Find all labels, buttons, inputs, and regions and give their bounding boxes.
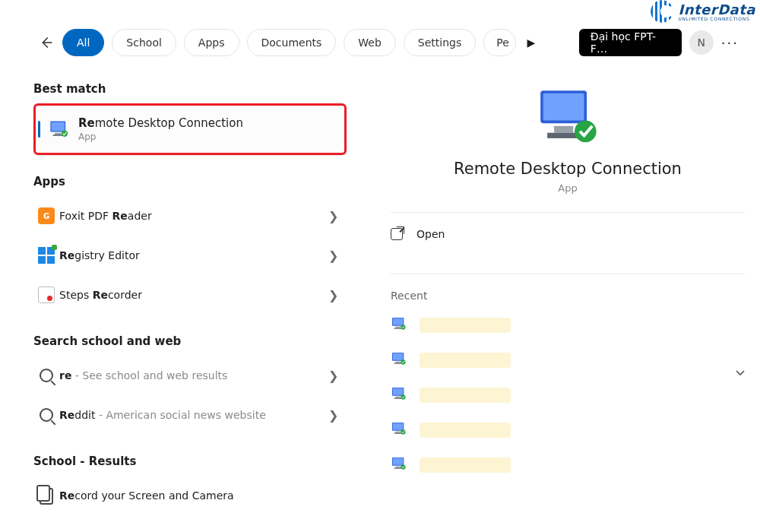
preview-title: Remote Desktop Connection (454, 160, 682, 178)
svg-point-19 (401, 359, 405, 364)
svg-rect-32 (396, 467, 401, 468)
svg-rect-11 (393, 318, 404, 325)
chevron-right-icon[interactable]: ❯ (328, 369, 347, 383)
recent-item[interactable] (391, 448, 745, 483)
best-match-title: Remote Desktop Connection (78, 116, 243, 130)
svg-rect-7 (554, 126, 573, 133)
chevron-right-icon[interactable]: ❯ (328, 288, 347, 302)
app-result-label: Steps Recorder (59, 289, 328, 301)
foxit-icon: G (33, 207, 59, 224)
recent-item-redacted (420, 388, 511, 403)
svg-point-29 (401, 429, 405, 434)
app-result-steps-recorder[interactable]: Steps Recorder ❯ (33, 275, 347, 315)
rdc-icon (391, 457, 407, 473)
app-result-registry-editor[interactable]: Registry Editor ❯ (33, 236, 347, 275)
recent-item-redacted (420, 423, 511, 438)
svg-rect-23 (394, 397, 402, 398)
watermark-tagline: UNLIMITED CONNECTIONS (678, 16, 755, 21)
recent-item[interactable] (391, 343, 745, 378)
preview-subtitle: App (558, 182, 577, 194)
chevron-right-icon[interactable]: ❯ (328, 209, 347, 223)
recent-item[interactable] (391, 308, 745, 343)
svg-rect-12 (396, 327, 401, 328)
chevron-right-icon[interactable]: ❯ (328, 408, 347, 423)
watermark-brand: InterData (678, 2, 755, 17)
svg-rect-13 (394, 328, 402, 328)
section-heading-apps: Apps (33, 175, 347, 188)
svg-rect-31 (393, 458, 404, 465)
svg-point-24 (401, 394, 405, 399)
watermark: InterData UNLIMITED CONNECTIONS (651, 0, 755, 23)
open-label: Open (416, 228, 445, 240)
svg-point-34 (401, 464, 405, 469)
best-match-result[interactable]: Remote Desktop Connection App (33, 103, 347, 155)
recent-item-redacted (420, 458, 511, 473)
filter-tab-school[interactable]: School (112, 29, 176, 56)
rdc-hero-icon (535, 90, 600, 149)
svg-rect-27 (396, 432, 401, 433)
filter-tab-all[interactable]: All (62, 29, 104, 56)
app-result-foxit[interactable]: G Foxit PDF Reader ❯ (33, 196, 347, 236)
web-result-label: re - See school and web results (59, 369, 328, 382)
recent-heading: Recent (391, 290, 745, 302)
svg-rect-16 (393, 353, 404, 360)
svg-rect-6 (543, 93, 584, 121)
filter-tab-people-truncated[interactable]: Pe (483, 29, 516, 56)
watermark-globe-icon (651, 0, 673, 23)
recent-item[interactable] (391, 378, 745, 413)
svg-rect-21 (393, 388, 404, 395)
best-match-subtitle: App (78, 131, 243, 142)
divider (391, 274, 745, 274)
org-badge[interactable]: Đại học FPT- F… (579, 29, 682, 56)
svg-point-4 (62, 131, 68, 137)
recent-item-redacted (420, 318, 511, 333)
school-result-label: Record your Screen and Camera (59, 489, 347, 502)
svg-rect-28 (394, 432, 402, 433)
search-filter-bar: All School Apps Documents Web Settings P… (0, 0, 760, 62)
web-result-re[interactable]: re - See school and web results ❯ (33, 356, 347, 395)
rdc-icon (391, 317, 407, 334)
svg-rect-22 (396, 397, 401, 398)
filter-tab-settings[interactable]: Settings (404, 29, 476, 56)
selection-indicator (38, 121, 40, 138)
more-tabs-arrow-icon[interactable]: ▶ (524, 36, 539, 49)
app-result-label: Foxit PDF Reader (59, 210, 328, 222)
web-result-label: Reddit - American social news website (59, 409, 328, 421)
rdc-icon (391, 422, 407, 439)
results-list: Best match Remote Desktop Connection App… (0, 62, 360, 532)
filter-tab-apps[interactable]: Apps (184, 29, 239, 56)
rdc-icon (391, 352, 407, 369)
section-heading-best-match: Best match (33, 82, 347, 96)
filter-tab-web[interactable]: Web (344, 29, 396, 56)
rdc-icon (45, 120, 74, 138)
web-result-reddit[interactable]: Reddit - American social news website ❯ (33, 395, 347, 435)
svg-rect-2 (55, 133, 61, 135)
search-icon (33, 408, 59, 422)
svg-rect-18 (394, 363, 402, 363)
recent-item-redacted (420, 353, 511, 368)
rdc-icon (391, 387, 407, 404)
chevron-right-icon[interactable]: ❯ (328, 249, 347, 263)
svg-rect-17 (396, 362, 401, 363)
svg-rect-3 (53, 135, 63, 136)
preview-pane: Remote Desktop Connection App Open Recen… (360, 62, 760, 532)
registry-editor-icon (33, 247, 59, 264)
school-result-record[interactable]: Record your Screen and Camera (33, 476, 347, 515)
recent-item[interactable] (391, 413, 745, 448)
section-heading-web: Search school and web (33, 334, 347, 348)
svg-point-14 (401, 325, 405, 329)
filter-tab-documents[interactable]: Documents (247, 29, 337, 56)
search-icon (33, 369, 59, 382)
back-button[interactable] (38, 34, 55, 51)
svg-rect-1 (52, 122, 65, 131)
app-result-label: Registry Editor (59, 249, 328, 261)
svg-point-9 (575, 121, 597, 143)
steps-recorder-icon (33, 287, 59, 303)
expand-chevron-icon[interactable] (734, 366, 746, 382)
section-heading-school: School - Results (33, 454, 347, 468)
user-avatar[interactable]: N (689, 30, 714, 55)
open-action[interactable]: Open (391, 213, 745, 255)
document-icon (33, 486, 59, 505)
overflow-menu-icon[interactable]: ··· (721, 35, 743, 51)
svg-rect-33 (394, 467, 402, 468)
